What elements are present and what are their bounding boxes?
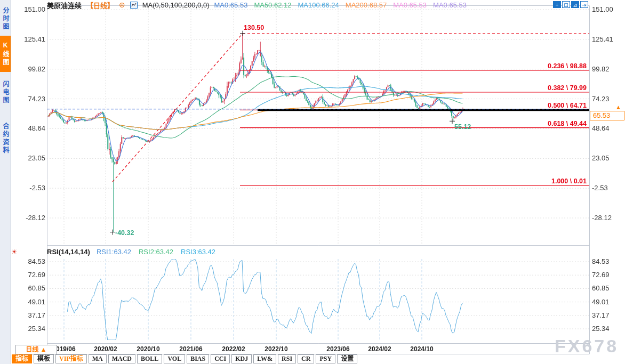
- crosshair-icon[interactable]: +: [553, 1, 561, 8]
- tab-cci[interactable]: CCI: [211, 354, 230, 363]
- x-axis-label: 2020/10: [127, 345, 170, 353]
- current-price-tag: 65.53: [590, 111, 624, 120]
- rsi-formula: RSI(14,14,14): [47, 248, 90, 256]
- ma-legend-value: MA100:66.24: [298, 1, 339, 9]
- x-axis-label: 2021/06: [170, 345, 212, 353]
- x-axis-label: 2022/02: [212, 345, 255, 353]
- period-selector[interactable]: 日线 ▲: [15, 345, 57, 354]
- rsi-axis-label-left: 49.01: [13, 298, 45, 306]
- fib-level-label: 0.382 \ 79.99: [501, 84, 587, 92]
- y-axis-label-right: 99.82: [592, 65, 624, 73]
- tab-bias[interactable]: BIAS: [187, 354, 209, 363]
- app-root: 分时图K线图闪电图合约资料 美原油连续 【日线】 ⊕ MA(0,50,100,2…: [0, 0, 625, 364]
- sidebar-item-contract-info[interactable]: 合约资料: [0, 113, 11, 164]
- rsi-axis-label-right: 60.85: [592, 284, 624, 292]
- rsi-legend-value: RSI3:63.42: [181, 248, 215, 256]
- fib-level-label: 0.618 \ 49.44: [501, 120, 587, 127]
- ma-legend-value: MA0:65.53: [393, 1, 427, 9]
- period-up-arrow-icon: ▲: [41, 346, 47, 353]
- symbol-title: 美原油连续: [47, 0, 82, 10]
- rsi-axis-label-left: 60.85: [13, 284, 45, 292]
- rsi-legend-value: RSI1:63.42: [97, 248, 131, 256]
- ma-legend-value: MA50:62.12: [254, 1, 291, 9]
- x-axis-label: 2022/10: [255, 345, 298, 353]
- rsi-axis-label-left: 25.34: [13, 325, 45, 333]
- y-axis-label-right: 23.05: [592, 154, 624, 162]
- ma-legend: MA0:65.53MA50:62.12MA100:66.24MA200:68.5…: [214, 1, 467, 9]
- ma-legend-value: MA0:65.53: [433, 1, 467, 9]
- period-selector-label: 日线: [26, 346, 38, 353]
- tab-settings[interactable]: 设置: [337, 354, 357, 363]
- rsi-header: RSI(14,14,14) RSI1:63.42RSI2:63.42RSI3:6…: [47, 248, 215, 256]
- tab-macd[interactable]: MACD: [108, 354, 135, 363]
- tab-kdj[interactable]: KDJ: [231, 354, 252, 363]
- sidebar-item-timeshare[interactable]: 分时图: [0, 2, 11, 35]
- tab-ma[interactable]: MA: [89, 354, 107, 363]
- rsi-axis-label-right: 37.17: [592, 311, 624, 319]
- rsi-axis-label-right: 84.53: [592, 257, 624, 265]
- y-axis-label-right: -28.12: [592, 214, 624, 222]
- rsi-legend-value: RSI2:63.42: [139, 248, 173, 256]
- y-axis-label-left: 151.00: [13, 5, 45, 13]
- tab-moban[interactable]: 模板: [34, 354, 54, 363]
- y-axis-label-right: -2.53: [592, 184, 624, 192]
- x-axis-label: 2024/10: [400, 345, 443, 353]
- scale-mode-icon[interactable]: ⊿: [571, 1, 579, 8]
- fib-level-label: 1.000 \ 0.01: [501, 177, 587, 185]
- tab-cr[interactable]: CR: [298, 354, 314, 363]
- x-axis-label: 2020/02: [84, 345, 127, 353]
- y-axis-label-right: 151.00: [592, 5, 624, 13]
- x-axis-label: 2023/06: [317, 345, 359, 353]
- annotation-recent-low: 55.12: [454, 123, 471, 131]
- fib-level-label: 0.236 \ 98.88: [501, 62, 587, 70]
- rsi-axis-label-right: 25.34: [592, 325, 624, 333]
- indicator-config-icon[interactable]: ☀: [11, 248, 18, 256]
- ma-formula: MA(0,50,100,200,0,0): [142, 1, 210, 9]
- sidebar-item-flash[interactable]: 闪电图: [0, 74, 11, 111]
- tab-rsi[interactable]: RSI: [278, 354, 296, 363]
- y-axis-label-left: 99.82: [13, 65, 45, 73]
- zoom-area-icon[interactable]: ⊡: [562, 1, 570, 8]
- rsi-axis-label-left: 84.53: [13, 257, 45, 265]
- indicator-tab-bar: 指标模板VIP指标MAMACDBOLLVOLBIASCCIKDJLW&RSICR…: [12, 354, 357, 363]
- y-axis-label-left: 125.41: [13, 35, 45, 43]
- tab-vol[interactable]: VOL: [164, 354, 185, 363]
- tab-lwr[interactable]: LW&: [253, 354, 276, 363]
- fib-level-label: 0.500 \ 64.71: [501, 102, 587, 109]
- period-tag: 【日线】: [86, 0, 114, 10]
- tab-psy[interactable]: PSY: [316, 354, 335, 363]
- price-up-arrow-icon: ▲: [615, 104, 621, 110]
- y-axis-label-right: 74.23: [592, 95, 624, 103]
- kline-icon: [130, 2, 138, 9]
- watermark: FX678: [555, 336, 619, 357]
- tab-zhibiao[interactable]: 指标: [12, 354, 32, 363]
- y-axis-label-right: 125.41: [592, 35, 624, 43]
- page-forward-icon[interactable]: ⇥: [580, 1, 588, 8]
- chart-header: 美原油连续 【日线】 ⊕ MA(0,50,100,200,0,0) MA0:65…: [47, 1, 467, 9]
- rsi-legend: RSI1:63.42RSI2:63.42RSI3:63.42: [97, 248, 215, 256]
- tab-vip[interactable]: VIP指标: [55, 354, 87, 363]
- y-axis-label-right: 48.64: [592, 124, 624, 132]
- annotation-crash-low: -40.32: [115, 229, 134, 237]
- circle-plus-icon[interactable]: ⊕: [119, 1, 125, 9]
- y-axis-label-left: 48.64: [13, 124, 45, 132]
- chart-type-sidebar: 分时图K线图闪电图合约资料: [0, 0, 11, 364]
- rsi-axis-label-right: 72.69: [592, 271, 624, 279]
- y-axis-label-left: -2.53: [13, 184, 45, 192]
- ma-legend-value: MA200:68.57: [346, 1, 387, 9]
- y-axis-label-left: 74.23: [13, 95, 45, 103]
- ma-legend-value: MA0:65.53: [214, 1, 248, 9]
- y-axis-label-left: -28.12: [13, 214, 45, 222]
- rsi-axis-label-left: 72.69: [13, 271, 45, 279]
- y-axis-label-left: 23.05: [13, 154, 45, 162]
- x-axis-label: 2024/02: [358, 345, 401, 353]
- tab-boll[interactable]: BOLL: [137, 354, 162, 363]
- rsi-axis-label-right: 49.01: [592, 298, 624, 306]
- chart-toolbar-icons: +⊡⊿⇥: [553, 1, 588, 8]
- sidebar-item-kline[interactable]: K线图: [0, 36, 11, 72]
- annotation-high: 130.50: [244, 24, 264, 31]
- rsi-axis-label-left: 37.17: [13, 311, 45, 319]
